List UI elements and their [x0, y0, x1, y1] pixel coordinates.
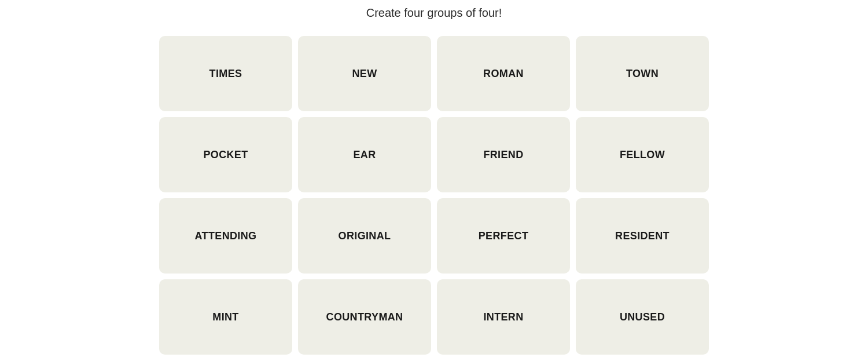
- word-label-unused: UNUSED: [620, 311, 665, 323]
- word-label-new: NEW: [352, 68, 377, 80]
- word-label-times: TIMES: [209, 68, 242, 80]
- word-card-new[interactable]: NEW: [298, 36, 431, 111]
- word-label-resident: RESIDENT: [615, 230, 670, 242]
- word-card-pocket[interactable]: POCKET: [159, 117, 292, 192]
- word-card-ear[interactable]: EAR: [298, 117, 431, 192]
- word-card-fellow[interactable]: FELLOW: [576, 117, 709, 192]
- word-label-ear: EAR: [353, 149, 376, 161]
- word-card-intern[interactable]: INTERN: [437, 279, 570, 355]
- word-card-mint[interactable]: MINT: [159, 279, 292, 355]
- word-card-resident[interactable]: RESIDENT: [576, 198, 709, 274]
- word-card-times[interactable]: TIMES: [159, 36, 292, 111]
- word-grid: TIMESNEWROMANTOWNPOCKETEARFRIENDFELLOWAT…: [159, 36, 709, 355]
- word-label-pocket: POCKET: [203, 149, 248, 161]
- word-label-perfect: PERFECT: [479, 230, 529, 242]
- word-label-attending: ATTENDING: [195, 230, 257, 242]
- word-card-original[interactable]: ORIGINAL: [298, 198, 431, 274]
- word-label-intern: INTERN: [483, 311, 523, 323]
- word-label-fellow: FELLOW: [620, 149, 665, 161]
- word-card-countryman[interactable]: COUNTRYMAN: [298, 279, 431, 355]
- word-label-mint: MINT: [212, 311, 238, 323]
- word-card-roman[interactable]: ROMAN: [437, 36, 570, 111]
- word-card-perfect[interactable]: PERFECT: [437, 198, 570, 274]
- word-card-unused[interactable]: UNUSED: [576, 279, 709, 355]
- word-label-original: ORIGINAL: [339, 230, 391, 242]
- word-label-friend: FRIEND: [483, 149, 523, 161]
- word-label-roman: ROMAN: [483, 68, 524, 80]
- word-label-town: TOWN: [626, 68, 659, 80]
- page-title: Create four groups of four!: [366, 6, 502, 20]
- word-label-countryman: COUNTRYMAN: [326, 311, 403, 323]
- word-card-attending[interactable]: ATTENDING: [159, 198, 292, 274]
- word-card-friend[interactable]: FRIEND: [437, 117, 570, 192]
- word-card-town[interactable]: TOWN: [576, 36, 709, 111]
